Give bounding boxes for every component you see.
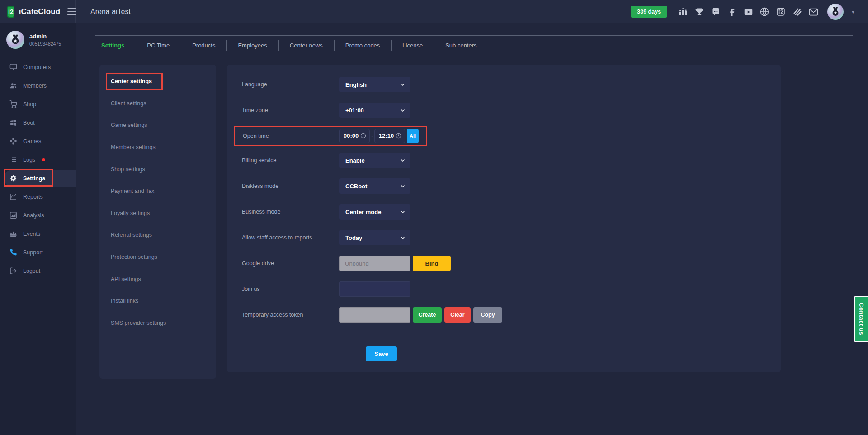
submenu-label: Members settings [111, 144, 156, 150]
phone-icon [9, 248, 17, 256]
discord-icon[interactable] [711, 7, 721, 17]
billing-service-select[interactable]: Enable [339, 153, 410, 168]
clear-button[interactable]: Clear [444, 307, 471, 323]
submenu-item-install-links[interactable]: Install links [99, 290, 216, 312]
sidebar-item-logout[interactable]: Logout [0, 262, 76, 280]
trophy-icon[interactable] [694, 7, 704, 17]
submenu-item-game-settings[interactable]: Game settings [99, 114, 216, 136]
submenu-label: Game settings [111, 122, 147, 128]
tab-promo-codes[interactable]: Promo codes [334, 36, 392, 55]
join-us-input[interactable] [339, 281, 410, 297]
tab-label: PC Time [147, 42, 170, 49]
sidebar-item-boot[interactable]: Boot [0, 113, 76, 132]
sidebar-item-computers[interactable]: Computers [0, 58, 76, 76]
facebook-icon[interactable] [727, 7, 737, 17]
logo-area: i2 iCafeCloud [0, 0, 76, 23]
submenu-item-referral-settings[interactable]: Referral settings [99, 224, 216, 246]
tab-center-news[interactable]: Center news [278, 36, 334, 55]
language-value: English [345, 81, 367, 88]
timezone-select[interactable]: +01:00 [339, 103, 410, 118]
logout-icon [9, 267, 17, 275]
tab-license[interactable]: License [391, 36, 434, 55]
sidebar-item-logs[interactable]: Logs [0, 150, 76, 169]
logo-text: iCafeCloud [19, 7, 61, 16]
save-button[interactable]: Save [366, 346, 397, 361]
tab-pc-time[interactable]: PC Time [136, 36, 181, 55]
diskless-mode-value: CCBoot [345, 183, 367, 190]
youtube-icon[interactable] [743, 7, 753, 17]
copy-button[interactable]: Copy [473, 307, 502, 323]
submenu-item-client-settings[interactable]: Client settings [99, 93, 216, 115]
sidebar-item-settings[interactable]: Settings [0, 169, 76, 187]
create-button[interactable]: Create [413, 307, 442, 323]
sidebar-item-label: Events [23, 231, 40, 237]
submenu-item-shop-settings[interactable]: Shop settings [99, 158, 216, 180]
business-mode-label: Business mode [242, 209, 339, 215]
icafecloud-site-icon[interactable] [776, 7, 786, 17]
staff-reports-label: Allow staff access to reports [242, 234, 339, 241]
join-us-label: Join us [242, 286, 339, 292]
tab-settings[interactable]: Settings [95, 36, 136, 55]
tab-products[interactable]: Products [181, 36, 226, 55]
user-name: admin [29, 33, 61, 40]
contact-us-tab[interactable]: Contact us [854, 296, 868, 342]
sidebar-item-shop[interactable]: Shop [0, 95, 76, 113]
tab-sub-centers[interactable]: Sub centers [434, 36, 488, 55]
form-row-google-drive: Google drive Bind [242, 256, 781, 271]
open-time-all-button[interactable]: All [407, 129, 419, 143]
sidebar-item-label: Analysis [23, 212, 44, 219]
sidebar-item-label: Shop [23, 101, 36, 108]
hamburger-menu-icon[interactable] [67, 8, 76, 15]
sidebar-item-games[interactable]: Games [0, 132, 76, 150]
google-drive-input [339, 256, 410, 271]
sidebar-item-reports[interactable]: Reports [0, 187, 76, 206]
chevron-down-icon [400, 158, 406, 163]
token-input [339, 307, 410, 323]
sidebar-item-members[interactable]: Members [0, 76, 76, 95]
timezone-label: Time zone [242, 107, 339, 113]
gamepad-icon [9, 137, 17, 145]
sidebar-item-label: Support [23, 249, 43, 256]
submenu-item-sms-provider-settings[interactable]: SMS provider settings [99, 312, 216, 334]
sidebar-item-support[interactable]: Support [0, 243, 76, 262]
diskless-mode-select[interactable]: CCBoot [339, 178, 410, 194]
submenu-label: Payment and Tax [111, 188, 154, 194]
chevron-down-icon [400, 235, 406, 240]
sidebar-user-block[interactable]: admin 005193482475 [0, 23, 76, 55]
user-avatar[interactable] [827, 4, 844, 20]
sidebar-item-events[interactable]: Events [0, 225, 76, 243]
globe-icon[interactable] [760, 7, 769, 17]
submenu-item-loyalty-settings[interactable]: Loyalty settings [99, 202, 216, 225]
sidebar-user-avatar [6, 31, 24, 49]
staff-reports-select[interactable]: Today [339, 230, 410, 245]
submenu-item-api-settings[interactable]: API settings [99, 268, 216, 290]
user-id: 005193482475 [29, 41, 61, 47]
members-icon [9, 82, 17, 89]
sidebar-item-analysis[interactable]: Analysis [0, 206, 76, 225]
bind-button[interactable]: Bind [413, 256, 451, 271]
submenu-item-members-settings[interactable]: Members settings [99, 136, 216, 159]
mail-icon[interactable] [808, 7, 818, 17]
tab-label: Center news [290, 42, 323, 49]
contact-us-label: Contact us [858, 303, 865, 335]
sidebar-item-label: Settings [23, 175, 45, 182]
layers-icon[interactable] [792, 7, 802, 17]
license-days-badge[interactable]: 339 days [631, 6, 667, 18]
sidebar-menu: Computers Members Shop Boot Games Logs S… [0, 58, 76, 280]
submenu-item-center-settings[interactable]: Center settings [99, 70, 216, 93]
chevron-down-icon[interactable]: ▼ [851, 9, 855, 14]
ranking-icon[interactable] [678, 7, 688, 17]
business-mode-select[interactable]: Center mode [339, 204, 410, 220]
timezone-value: +01:00 [345, 107, 364, 114]
open-time-start-input[interactable]: 00:00 [339, 129, 370, 143]
google-drive-label: Google drive [242, 260, 339, 267]
tab-employees[interactable]: Employees [226, 36, 278, 55]
settings-tab-bar: Settings PC Time Products Employees Cent… [95, 35, 853, 55]
submenu-item-protection-settings[interactable]: Protection settings [99, 246, 216, 268]
submenu-item-payment-and-tax[interactable]: Payment and Tax [99, 180, 216, 202]
token-label: Temporary access token [242, 312, 339, 318]
open-time-end-input[interactable]: 12:10 [374, 129, 405, 143]
submenu-label: Center settings [111, 78, 152, 84]
language-select[interactable]: English [339, 77, 410, 92]
tab-label: Products [192, 42, 215, 49]
